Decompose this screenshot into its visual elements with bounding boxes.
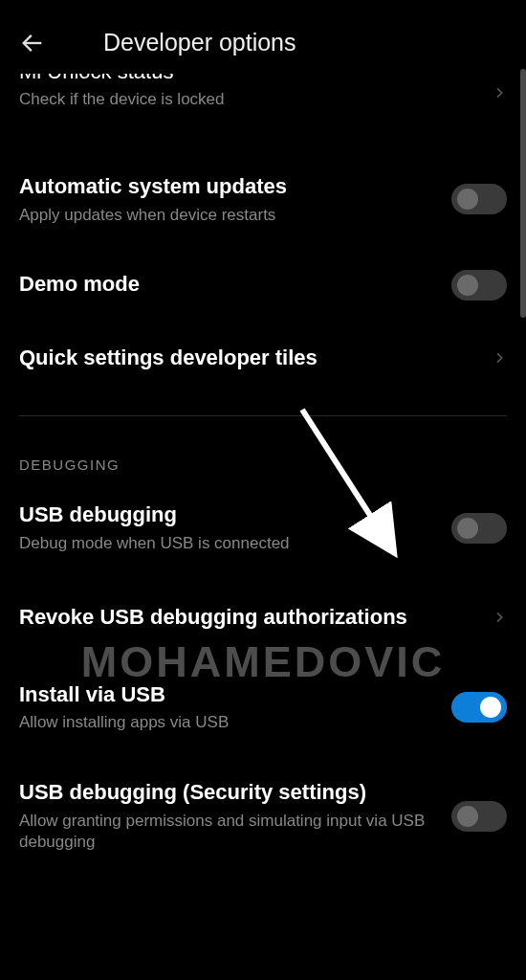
setting-title: Demo mode — [19, 271, 436, 299]
setting-text: Mi Unlock status Check if the device is … — [19, 76, 476, 110]
setting-unlock-status[interactable]: Mi Unlock status Check if the device is … — [19, 76, 507, 127]
setting-revoke-auth[interactable]: Revoke USB debugging authorizations — [19, 587, 507, 649]
setting-demo-mode[interactable]: Demo mode — [19, 253, 507, 318]
setting-install-usb[interactable]: Install via USB Allow installing apps vi… — [19, 664, 507, 751]
toggle-usb-security[interactable] — [451, 801, 507, 832]
setting-usb-debugging[interactable]: USB debugging Debug mode when USB is con… — [19, 484, 507, 571]
setting-text: USB debugging (Security settings) Allow … — [19, 779, 436, 853]
header: Developer options — [0, 0, 526, 76]
toggle-knob — [480, 697, 501, 718]
setting-title: Automatic system updates — [19, 173, 436, 201]
toggle-install-usb[interactable] — [451, 692, 507, 723]
setting-subtitle: Debug mode when USB is connected — [19, 533, 436, 554]
chevron-right-icon — [492, 610, 507, 625]
toggle-knob — [457, 275, 478, 296]
setting-title: Mi Unlock status — [19, 74, 476, 85]
chevron-right-icon — [492, 85, 507, 100]
setting-text: Revoke USB debugging authorizations — [19, 604, 476, 632]
setting-text: USB debugging Debug mode when USB is con… — [19, 501, 436, 554]
toggle-knob — [457, 189, 478, 210]
section-header-debugging: DEBUGGING — [19, 428, 507, 484]
setting-quick-tiles[interactable]: Quick settings developer tiles — [19, 327, 507, 390]
setting-usb-security[interactable]: USB debugging (Security settings) Allow … — [19, 762, 507, 870]
divider — [19, 415, 507, 416]
toggle-knob — [457, 518, 478, 539]
settings-list: Mi Unlock status Check if the device is … — [0, 76, 526, 870]
scrollbar[interactable] — [520, 69, 526, 318]
setting-title: USB debugging — [19, 501, 436, 529]
setting-subtitle: Allow installing apps via USB — [19, 712, 436, 733]
setting-text: Quick settings developer tiles — [19, 345, 476, 372]
setting-title: Revoke USB debugging authorizations — [19, 604, 476, 632]
toggle-usb-debugging[interactable] — [451, 513, 507, 544]
setting-title: USB debugging (Security settings) — [19, 779, 436, 807]
setting-auto-updates[interactable]: Automatic system updates Apply updates w… — [19, 156, 507, 243]
toggle-demo-mode[interactable] — [451, 270, 507, 301]
setting-text: Install via USB Allow installing apps vi… — [19, 681, 436, 734]
setting-text: Automatic system updates Apply updates w… — [19, 173, 436, 226]
toggle-knob — [457, 806, 478, 827]
page-title: Developer options — [103, 29, 296, 56]
setting-subtitle: Allow granting permissions and simulatin… — [19, 811, 436, 853]
setting-title: Quick settings developer tiles — [19, 345, 476, 372]
setting-subtitle: Apply updates when device restarts — [19, 205, 436, 226]
chevron-right-icon — [492, 350, 507, 366]
arrow-left-icon — [19, 30, 46, 56]
back-button[interactable] — [19, 30, 46, 56]
setting-text: Demo mode — [19, 271, 436, 299]
setting-title: Install via USB — [19, 681, 436, 709]
setting-subtitle: Check if the device is locked — [19, 89, 476, 110]
toggle-auto-updates[interactable] — [451, 184, 507, 214]
